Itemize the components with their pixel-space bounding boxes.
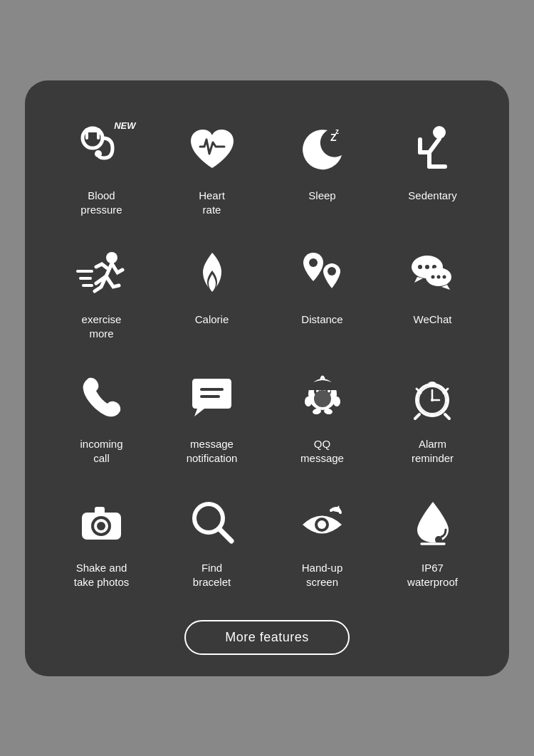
svg-line-53: [219, 529, 231, 541]
svg-point-22: [436, 275, 440, 278]
message-notification-label: messagenotification: [187, 437, 238, 466]
heart-rate-label: Heartrate: [199, 189, 225, 218]
distance-label: Distance: [301, 313, 342, 327]
calorie-label: Calorie: [195, 313, 229, 327]
sedentary-icon: [404, 122, 461, 179]
features-grid: NEW Bloodpressure Heartrate: [46, 109, 488, 606]
feature-heart-rate: Heartrate: [157, 109, 267, 233]
svg-point-35: [333, 397, 340, 406]
heart-rate-icon: [184, 122, 241, 179]
message-notification-icon: [184, 370, 241, 427]
new-badge: NEW: [114, 120, 135, 131]
svg-point-31: [314, 390, 331, 407]
feature-message-notification: messagenotification: [157, 357, 267, 482]
svg-point-23: [442, 275, 446, 278]
svg-point-6: [96, 128, 100, 132]
shake-photos-label: Shake andtake photos: [74, 561, 130, 590]
exercise-more-label: exercisemore: [82, 313, 122, 342]
feature-find-bracelet: Findbracelet: [157, 481, 267, 606]
distance-icon: [294, 246, 351, 303]
feature-distance: Distance: [267, 233, 377, 357]
feature-calorie: Calorie: [157, 233, 267, 357]
alarm-reminder-icon: [404, 370, 461, 427]
incoming-call-icon: [73, 370, 130, 427]
feature-exercise-more: exercisemore: [46, 233, 157, 357]
hand-up-screen-label: Hand-upscreen: [302, 561, 343, 590]
feature-card: NEW Bloodpressure Heartrate: [25, 80, 509, 676]
feature-ip67-waterproof: IP67waterproof: [377, 481, 488, 606]
svg-point-5: [85, 128, 89, 132]
svg-text:z: z: [335, 127, 339, 135]
feature-incoming-call: incomingcall: [46, 357, 157, 482]
ip67-waterproof-label: IP67waterproof: [407, 561, 458, 590]
feature-blood-pressure: NEW Bloodpressure: [46, 109, 157, 233]
shake-photos-icon: [73, 494, 130, 551]
feature-wechat: WeChat: [377, 233, 488, 357]
hand-up-screen-icon: [294, 494, 351, 551]
qq-message-label: QQmessage: [300, 437, 344, 466]
wechat-label: WeChat: [414, 313, 452, 327]
wechat-icon: [404, 246, 461, 303]
svg-point-34: [305, 397, 312, 406]
sedentary-label: Sedentary: [408, 189, 456, 203]
svg-point-21: [431, 275, 434, 278]
sleep-icon: Z z: [294, 122, 351, 179]
exercise-more-icon: [73, 246, 130, 303]
more-features-button[interactable]: More features: [184, 620, 350, 655]
svg-point-43: [428, 382, 436, 387]
find-bracelet-label: Findbracelet: [193, 561, 231, 590]
blood-pressure-label: Bloodpressure: [80, 189, 122, 218]
feature-qq-message: QQmessage: [267, 357, 377, 482]
incoming-call-label: incomingcall: [80, 437, 122, 466]
svg-point-1: [95, 150, 102, 157]
svg-rect-50: [95, 507, 105, 514]
ip67-waterproof-icon: [404, 494, 461, 551]
sleep-label: Sleep: [308, 189, 335, 203]
blood-pressure-icon: NEW: [73, 122, 130, 179]
svg-point-55: [318, 520, 326, 529]
feature-hand-up-screen: Hand-upscreen: [267, 481, 377, 606]
find-bracelet-icon: [184, 494, 241, 551]
feature-sleep: Z z Sleep: [267, 109, 377, 233]
feature-shake-photos: Shake andtake photos: [46, 481, 157, 606]
svg-point-18: [425, 265, 429, 269]
svg-rect-51: [111, 515, 117, 520]
feature-sedentary: Sedentary: [377, 109, 488, 233]
qq-message-icon: [294, 370, 351, 427]
svg-point-42: [431, 399, 434, 401]
svg-point-15: [328, 267, 336, 275]
svg-point-17: [418, 265, 422, 269]
feature-alarm-reminder: Alarmreminder: [377, 357, 488, 482]
svg-point-14: [309, 258, 318, 267]
alarm-reminder-label: Alarmreminder: [412, 437, 454, 466]
calorie-icon: [184, 246, 241, 303]
svg-point-49: [97, 522, 105, 530]
